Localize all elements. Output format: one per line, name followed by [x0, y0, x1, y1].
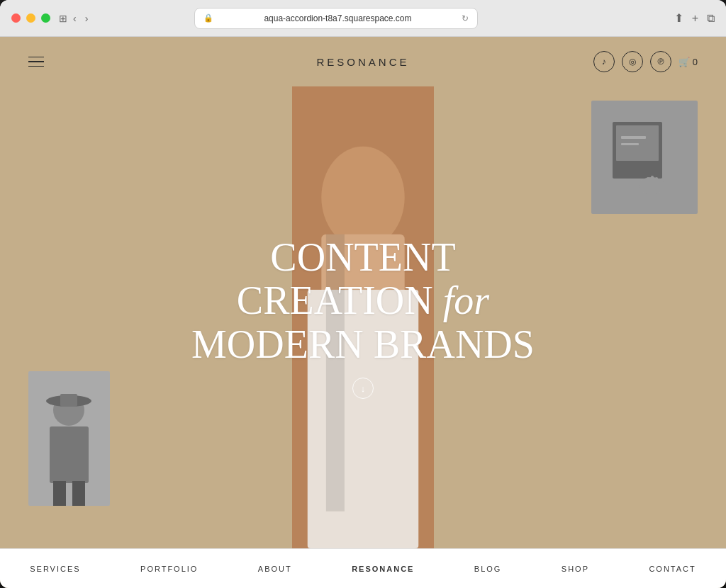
sidebar-toggle-button[interactable]: ⊞	[59, 13, 67, 24]
lock-icon: 🔒	[203, 13, 213, 23]
footer-nav-portfolio[interactable]: PORTFOLIO	[133, 565, 205, 573]
right-hero-image	[591, 101, 698, 214]
svg-rect-18	[647, 177, 649, 191]
header-right: ♪ ◎ ℗ 🛒 0	[593, 51, 698, 72]
svg-rect-4	[326, 234, 345, 511]
footer-nav-contact[interactable]: CONTACT	[642, 565, 703, 573]
left-image-inner	[28, 371, 110, 506]
footer-nav-resonance[interactable]: RESONANCE	[345, 565, 421, 573]
right-image-inner	[591, 101, 698, 214]
svg-point-1	[321, 147, 404, 248]
window-controls	[11, 13, 50, 23]
svg-rect-9	[50, 426, 89, 483]
nav-buttons: ‹ ›	[70, 11, 91, 26]
footer-nav: SERVICES PORTFOLIO ABOUT RESONANCE BLOG …	[0, 548, 726, 588]
minimize-dot[interactable]	[26, 13, 35, 23]
tiktok-icon[interactable]: ♪	[593, 51, 615, 72]
cart-icon: 🛒	[678, 57, 690, 67]
hamburger-line-1	[28, 57, 44, 58]
svg-rect-8	[60, 394, 77, 407]
svg-rect-19	[651, 176, 654, 191]
svg-rect-10	[53, 481, 66, 506]
hamburger-line-3	[28, 66, 44, 67]
footer-nav-blog[interactable]: BLOG	[467, 565, 509, 573]
forward-button[interactable]: ›	[82, 11, 91, 26]
pinterest-icon[interactable]: ℗	[650, 51, 671, 72]
svg-rect-3	[308, 290, 418, 548]
maximize-dot[interactable]	[41, 13, 50, 23]
title-bar: ⊞ ‹ › 🔒 aqua-accordion-t8a7.squarespace.…	[0, 0, 726, 37]
center-image-inner	[292, 86, 434, 548]
instagram-icon[interactable]: ◎	[622, 51, 643, 72]
toolbar-right: ⬆ + ⧉	[674, 11, 715, 25]
cart-count: 0	[693, 57, 698, 67]
center-hero-image	[292, 86, 434, 548]
hamburger-menu-button[interactable]	[28, 57, 44, 67]
url-text: aqua-accordion-t8a7.squarespace.com	[219, 13, 456, 23]
back-button[interactable]: ‹	[70, 11, 79, 26]
footer-nav-services[interactable]: SERVICES	[23, 565, 87, 573]
share-button[interactable]: ⬆	[674, 11, 683, 25]
svg-rect-11	[72, 481, 85, 506]
mac-window: ⊞ ‹ › 🔒 aqua-accordion-t8a7.squarespace.…	[0, 0, 726, 588]
cart-button[interactable]: 🛒 0	[678, 57, 698, 67]
address-bar[interactable]: 🔒 aqua-accordion-t8a7.squarespace.com ↻	[194, 8, 478, 29]
svg-rect-15	[621, 136, 646, 139]
svg-rect-16	[621, 143, 639, 145]
tabs-button[interactable]: ⧉	[707, 12, 715, 25]
website: RESONANCE ♪ ◎ ℗ 🛒 0	[0, 37, 726, 588]
site-logo[interactable]: RESONANCE	[316, 56, 409, 68]
hero-section: CONTENT CREATION for MODERN BRANDS ↓	[0, 86, 726, 548]
footer-nav-about[interactable]: ABOUT	[251, 565, 299, 573]
left-hero-image	[28, 371, 110, 506]
refresh-button[interactable]: ↻	[462, 13, 469, 23]
browser-content: RESONANCE ♪ ◎ ℗ 🛒 0	[0, 37, 726, 588]
hero-line2-italic: for	[443, 278, 489, 322]
svg-rect-20	[655, 177, 658, 190]
footer-nav-shop[interactable]: SHOP	[554, 565, 596, 573]
site-header: RESONANCE ♪ ◎ ℗ 🛒 0	[0, 37, 726, 86]
hamburger-line-2	[28, 61, 44, 62]
new-tab-button[interactable]: +	[692, 12, 698, 25]
close-dot[interactable]	[11, 13, 21, 23]
